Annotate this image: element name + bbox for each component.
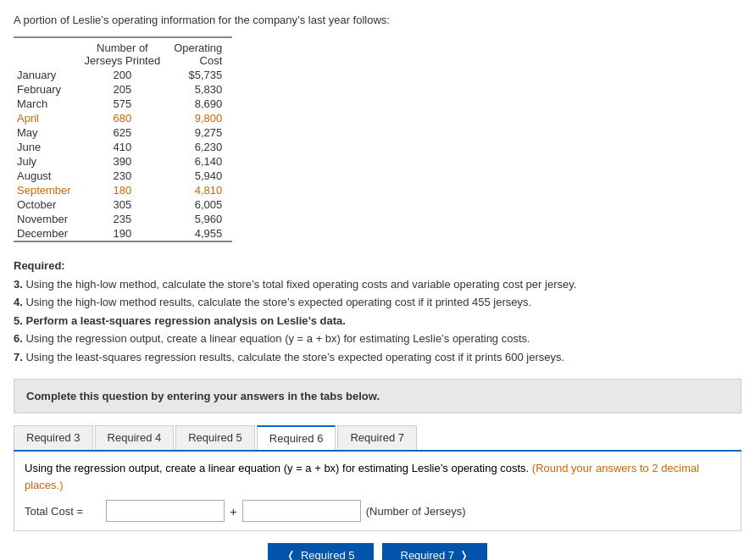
required-section: Required: 3. Using the high-low method, … xyxy=(14,258,741,365)
tab-instruction: Using the regression output, create a li… xyxy=(25,460,730,493)
chevron-right-icon xyxy=(459,549,469,560)
table-row: October 305 6,005 xyxy=(14,197,232,212)
tab-req6[interactable]: Required 6 xyxy=(257,425,336,450)
table-row: January 200 $5,735 xyxy=(14,68,232,82)
table-row: September 180 4,810 xyxy=(14,183,232,197)
prev-button-label: Required 5 xyxy=(301,549,355,560)
complete-box: Complete this question by entering your … xyxy=(14,379,741,413)
jerseys-cell: 200 xyxy=(81,68,171,82)
cost-cell: 6,140 xyxy=(170,154,232,169)
plus-sign: + xyxy=(230,504,237,518)
chevron-left-icon xyxy=(286,549,296,560)
table-row: August 230 5,940 xyxy=(14,169,232,183)
month-cell: April xyxy=(14,111,81,125)
cost-cell: 6,005 xyxy=(170,197,232,212)
cost-cell: 5,940 xyxy=(170,169,232,183)
jerseys-cell: 575 xyxy=(81,97,171,111)
month-cell: March xyxy=(14,97,81,111)
cost-cell: 5,830 xyxy=(170,82,232,97)
col3-header: OperatingCost xyxy=(170,37,232,68)
jerseys-cell: 180 xyxy=(81,183,171,197)
jerseys-cell: 230 xyxy=(81,169,171,183)
jerseys-cell: 305 xyxy=(81,197,171,212)
table-row: June 410 6,230 xyxy=(14,140,232,154)
month-cell: September xyxy=(14,183,81,197)
table-row: November 235 5,960 xyxy=(14,212,232,226)
cost-cell: 9,800 xyxy=(170,111,232,125)
next-button-label: Required 7 xyxy=(401,549,455,560)
tab-req5[interactable]: Required 5 xyxy=(175,425,255,450)
table-row: March 575 8,690 xyxy=(14,97,232,111)
nav-buttons: Required 5 Required 7 xyxy=(14,543,741,560)
jerseys-cell: 410 xyxy=(81,140,171,154)
required-item: 3. Using the high-low method, calculate … xyxy=(14,276,741,293)
cost-cell: 9,275 xyxy=(170,125,232,140)
jerseys-label: (Number of Jerseys) xyxy=(366,505,466,518)
jerseys-cell: 390 xyxy=(81,154,171,169)
cost-cell: 6,230 xyxy=(170,140,232,154)
jerseys-cell: 625 xyxy=(81,125,171,140)
required-item: 4. Using the high-low method results, ca… xyxy=(14,294,741,311)
required-label: Required: xyxy=(14,259,65,272)
next-button[interactable]: Required 7 xyxy=(382,543,488,560)
month-cell: June xyxy=(14,140,81,154)
intro-text: A portion of Leslie’s operating informat… xyxy=(14,14,741,26)
month-cell: August xyxy=(14,169,81,183)
month-cell: January xyxy=(14,68,81,82)
data-table: Number ofJerseys Printed OperatingCost J… xyxy=(14,36,232,242)
month-cell: December xyxy=(14,226,81,241)
cost-cell: $5,735 xyxy=(170,68,232,82)
month-cell: February xyxy=(14,82,81,97)
month-cell: July xyxy=(14,154,81,169)
month-cell: November xyxy=(14,212,81,226)
jerseys-cell: 235 xyxy=(81,212,171,226)
table-row: April 680 9,800 xyxy=(14,111,232,125)
required-item: 7. Using the least-squares regression re… xyxy=(14,349,741,366)
month-cell: May xyxy=(14,125,81,140)
table-row: July 390 6,140 xyxy=(14,154,232,169)
instruction-plain: Using the regression output, create a li… xyxy=(25,462,529,474)
tab-req7[interactable]: Required 7 xyxy=(337,425,417,450)
cost-cell: 5,960 xyxy=(170,212,232,226)
jerseys-cell: 190 xyxy=(81,226,171,241)
required-item: 5. Perform a least-squares regression an… xyxy=(14,313,741,330)
table-row: December 190 4,955 xyxy=(14,226,232,241)
cost-cell: 8,690 xyxy=(170,97,232,111)
tab-content: Using the regression output, create a li… xyxy=(14,452,741,531)
total-cost-label: Total Cost = xyxy=(25,505,101,518)
complete-label: Complete this question by entering your … xyxy=(26,390,380,402)
cost-cell: 4,955 xyxy=(170,226,232,241)
answer-row: Total Cost = + (Number of Jerseys) xyxy=(25,500,730,522)
answer-input-b[interactable] xyxy=(242,500,361,522)
table-row: February 205 5,830 xyxy=(14,82,232,97)
cost-cell: 4,810 xyxy=(170,183,232,197)
table-row: May 625 9,275 xyxy=(14,125,232,140)
answer-input-a[interactable] xyxy=(106,500,225,522)
jerseys-cell: 680 xyxy=(81,111,171,125)
jerseys-cell: 205 xyxy=(81,82,171,97)
required-item: 6. Using the regression output, create a… xyxy=(14,330,741,347)
prev-button[interactable]: Required 5 xyxy=(268,543,374,560)
tabs-row: Required 3Required 4Required 5Required 6… xyxy=(14,425,741,452)
col2-header: Number ofJerseys Printed xyxy=(81,37,171,68)
tab-req4[interactable]: Required 4 xyxy=(95,425,175,450)
month-cell: October xyxy=(14,197,81,212)
col1-header xyxy=(14,37,81,68)
tab-req3[interactable]: Required 3 xyxy=(14,425,93,450)
